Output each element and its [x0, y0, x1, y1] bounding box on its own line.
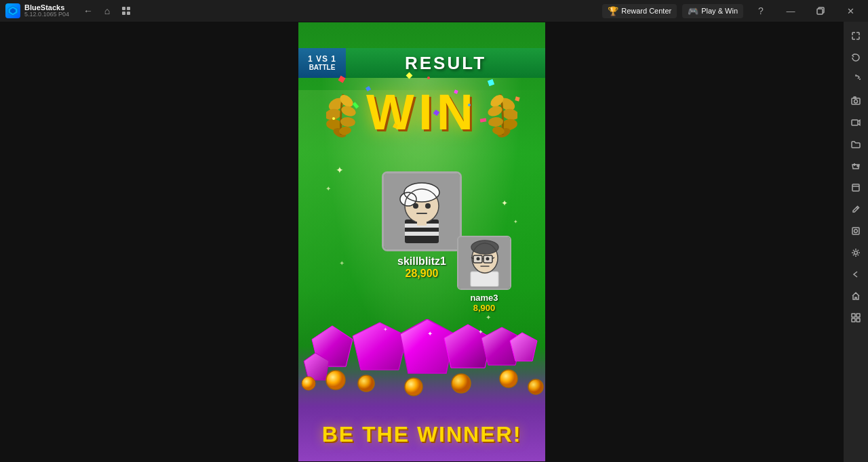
sparkle: ✦ — [326, 185, 331, 192]
winner-avatar — [382, 171, 462, 251]
svg-point-68 — [854, 100, 858, 103]
svg-point-58 — [358, 375, 374, 392]
svg-rect-80 — [852, 314, 855, 317]
edit-icon[interactable] — [846, 199, 866, 219]
bottom-banner: BE THE WINNER! — [298, 407, 545, 461]
svg-point-57 — [326, 371, 345, 390]
svg-rect-6 — [817, 9, 823, 14]
svg-point-61 — [500, 370, 517, 387]
svg-rect-70 — [852, 120, 858, 125]
multi-button[interactable] — [118, 3, 134, 19]
sparkle: ✦ — [501, 198, 508, 208]
screenshot-icon[interactable] — [846, 91, 866, 111]
svg-rect-25 — [405, 232, 439, 236]
loser-name: name3 — [470, 293, 498, 303]
sidebar-multiwindow-icon[interactable] — [846, 308, 866, 328]
svg-rect-4 — [122, 12, 125, 15]
app-version: 5.12.0.1065 P04 — [24, 12, 69, 18]
laurel-left — [326, 91, 363, 141]
vs-text: 1 VS 1 — [308, 54, 336, 64]
svg-line-76 — [856, 207, 858, 209]
svg-point-21 — [488, 117, 503, 127]
svg-marker-51 — [353, 322, 407, 370]
sidebar-back-icon[interactable] — [846, 264, 866, 285]
svg-rect-82 — [852, 318, 855, 322]
svg-point-62 — [528, 379, 543, 394]
app-info: BlueStacks 5.12.0.1065 P04 — [0, 3, 75, 18]
svg-rect-69 — [854, 97, 856, 98]
titlebar: BlueStacks 5.12.0.1065 P04 ← ⌂ 🏆 Reward … — [0, 0, 868, 22]
svg-point-33 — [425, 203, 431, 209]
svg-rect-2 — [122, 7, 125, 10]
main-content: 1 VS 1 BATTLE RESULT — [0, 22, 844, 462]
loser-score: 8,900 — [473, 303, 496, 313]
svg-text:✦: ✦ — [478, 329, 484, 335]
play-win-icon: 🎮 — [688, 6, 698, 16]
svg-text:✦: ✦ — [427, 330, 433, 337]
minimize-button[interactable]: — — [778, 0, 803, 22]
winner-score: 28,900 — [406, 268, 439, 280]
svg-rect-3 — [127, 7, 130, 10]
window-icon[interactable] — [846, 177, 866, 198]
svg-rect-35 — [417, 222, 427, 226]
result-banner: 1 VS 1 BATTLE RESULT — [298, 48, 545, 78]
laurel-right — [480, 91, 517, 141]
gamepad-icon[interactable] — [846, 156, 866, 176]
svg-point-79 — [854, 251, 858, 255]
svg-point-59 — [405, 378, 422, 396]
svg-point-73 — [857, 165, 859, 167]
svg-rect-5 — [127, 12, 130, 15]
sparkle: ✦ — [339, 259, 344, 267]
svg-point-16 — [502, 108, 517, 121]
battle-text: BATTLE — [309, 64, 336, 72]
settings-icon[interactable] — [846, 243, 866, 263]
svg-point-13 — [340, 117, 356, 127]
reward-center-label: Reward Center — [621, 7, 671, 15]
bottom-text: BE THE WINNER! — [322, 422, 522, 447]
win-text: WIN — [366, 87, 477, 138]
nav-buttons: ← ⌂ — [80, 3, 134, 19]
svg-point-32 — [413, 203, 418, 209]
svg-rect-83 — [856, 318, 860, 322]
close-button[interactable]: ✕ — [838, 0, 863, 22]
home-button[interactable]: ⌂ — [99, 3, 115, 19]
svg-rect-74 — [852, 184, 859, 191]
sparkle: ✦ — [336, 165, 344, 175]
svg-rect-81 — [856, 314, 860, 317]
loser-section: name3 8,900 — [457, 236, 511, 313]
sidebar-expand-icon[interactable] — [846, 26, 866, 46]
sidebar-home-icon[interactable] — [846, 286, 866, 306]
svg-rect-36 — [471, 272, 498, 287]
bluestacks-logo — [5, 3, 20, 18]
winner-avatar-inner — [384, 173, 460, 249]
restore-button[interactable] — [808, 0, 833, 22]
rotate-ccw-icon[interactable] — [846, 47, 866, 68]
rotate-cw-icon[interactable] — [846, 69, 866, 89]
game-viewport[interactable]: 1 VS 1 BATTLE RESULT — [298, 22, 545, 461]
loser-avatar-inner — [458, 237, 510, 289]
svg-point-60 — [452, 374, 471, 393]
svg-point-47 — [476, 257, 479, 261]
folder-icon[interactable] — [846, 134, 866, 154]
sparkle: ✦ — [513, 219, 518, 225]
win-area: WIN — [298, 90, 545, 141]
svg-point-48 — [486, 257, 489, 261]
help-button[interactable]: ? — [749, 0, 773, 22]
reward-center-button[interactable]: 🏆 Reward Center — [602, 4, 677, 18]
screen-record-icon[interactable] — [846, 112, 866, 133]
result-label: RESULT — [346, 48, 545, 78]
svg-rect-77 — [852, 228, 859, 234]
winner-name: skillblitz1 — [397, 255, 446, 268]
reward-icon: 🏆 — [608, 6, 618, 16]
play-win-button[interactable]: 🎮 Play & Win — [682, 4, 743, 18]
macro-icon[interactable] — [846, 221, 866, 241]
svg-text:✦: ✦ — [383, 327, 388, 333]
titlebar-center: 🏆 Reward Center 🎮 Play & Win ? — ✕ — [134, 0, 868, 22]
winner-section: skillblitz1 28,900 — [382, 171, 462, 280]
battle-tag: 1 VS 1 BATTLE — [298, 48, 346, 78]
back-button[interactable]: ← — [80, 3, 96, 19]
right-sidebar — [844, 22, 868, 462]
play-win-label: Play & Win — [701, 7, 738, 15]
gems-section: ✦ ✦ ✦ — [298, 319, 545, 407]
svg-point-63 — [302, 377, 315, 390]
